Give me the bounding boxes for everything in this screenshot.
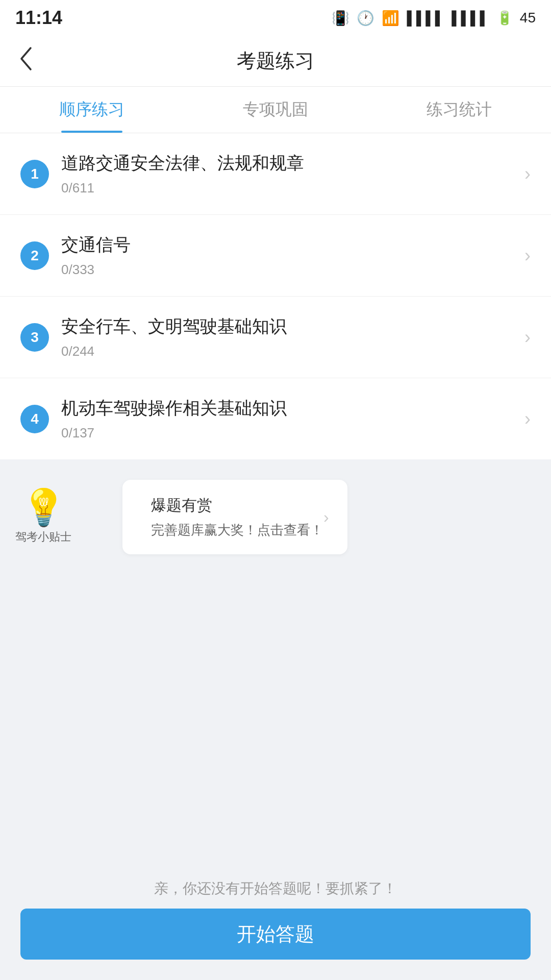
chevron-right-icon: › xyxy=(524,245,531,266)
chevron-right-icon: › xyxy=(524,163,531,185)
status-bar: 11:14 📳 🕐 📶 ▌▌▌▌ ▌▌▌▌ 🔋 45 xyxy=(0,0,551,36)
item-progress-1: 0/611 xyxy=(61,180,304,196)
chevron-right-icon: › xyxy=(524,327,531,348)
bottom-area: 亲，你还没有开始答题呢！要抓紧了！ 开始答题 xyxy=(0,869,551,980)
lightbulb-icon: 💡 xyxy=(21,489,66,525)
back-button[interactable] xyxy=(18,46,33,76)
battery-icon: 🔋 xyxy=(496,10,513,26)
tip-card[interactable]: 爆题有赏 完善题库赢大奖！点击查看！ › xyxy=(122,480,347,554)
bottom-hint: 亲，你还没有开始答题呢！要抓紧了！ xyxy=(20,879,531,898)
category-list: 1 道路交通安全法律、法规和规章 0/611 › 2 交通信号 0/333 › xyxy=(0,133,551,459)
vibrate-icon: 📳 xyxy=(332,10,349,27)
tip-section: 💡 驾考小贴士 爆题有赏 完善题库赢大奖！点击查看！ › xyxy=(0,459,551,575)
wifi-icon: 📶 xyxy=(382,10,399,27)
tip-chevron-right-icon: › xyxy=(323,508,329,527)
tip-desc: 完善题库赢大奖！点击查看！ xyxy=(151,521,323,539)
tab-special[interactable]: 专项巩固 xyxy=(184,87,367,133)
status-icons: 📳 🕐 📶 ▌▌▌▌ ▌▌▌▌ 🔋 45 xyxy=(332,10,536,27)
tab-sequential[interactable]: 顺序练习 xyxy=(0,87,184,133)
list-item[interactable]: 1 道路交通安全法律、法规和规章 0/611 › xyxy=(0,133,551,215)
signal-icon-1: ▌▌▌▌ xyxy=(407,10,444,26)
item-number-3: 3 xyxy=(20,323,49,352)
page-title: 考题练习 xyxy=(237,48,314,74)
bottom-spacer xyxy=(0,575,551,687)
battery-level: 45 xyxy=(520,10,536,26)
item-progress-4: 0/137 xyxy=(61,425,287,441)
item-progress-3: 0/244 xyxy=(61,344,287,359)
signal-icon-2: ▌▌▌▌ xyxy=(452,10,489,26)
status-time: 11:14 xyxy=(15,7,62,29)
tip-mascot: 💡 驾考小贴士 xyxy=(15,489,71,545)
tabs-container: 顺序练习 专项巩固 练习统计 xyxy=(0,87,551,133)
tip-title: 爆题有赏 xyxy=(151,495,323,516)
list-item[interactable]: 3 安全行车、文明驾驶基础知识 0/244 › xyxy=(0,297,551,378)
item-progress-2: 0/333 xyxy=(61,262,131,278)
item-number-2: 2 xyxy=(20,241,49,270)
list-item[interactable]: 4 机动车驾驶操作相关基础知识 0/137 › xyxy=(0,378,551,459)
item-title-3: 安全行车、文明驾驶基础知识 xyxy=(61,315,287,338)
item-number-4: 4 xyxy=(20,405,49,433)
tip-card-wrapper: 💡 驾考小贴士 爆题有赏 完善题库赢大奖！点击查看！ › xyxy=(15,480,536,554)
item-title-1: 道路交通安全法律、法规和规章 xyxy=(61,152,304,175)
header: 考题练习 xyxy=(0,36,551,87)
item-title-4: 机动车驾驶操作相关基础知识 xyxy=(61,397,287,420)
list-item[interactable]: 2 交通信号 0/333 › xyxy=(0,215,551,297)
tab-stats[interactable]: 练习统计 xyxy=(367,87,551,133)
start-quiz-button[interactable]: 开始答题 xyxy=(20,909,531,960)
mascot-label: 驾考小贴士 xyxy=(15,529,71,545)
chevron-right-icon: › xyxy=(524,408,531,430)
item-title-2: 交通信号 xyxy=(61,233,131,257)
clock-icon: 🕐 xyxy=(357,10,374,27)
item-number-1: 1 xyxy=(20,160,49,188)
main-content: 1 道路交通安全法律、法规和规章 0/611 › 2 交通信号 0/333 › xyxy=(0,133,551,687)
